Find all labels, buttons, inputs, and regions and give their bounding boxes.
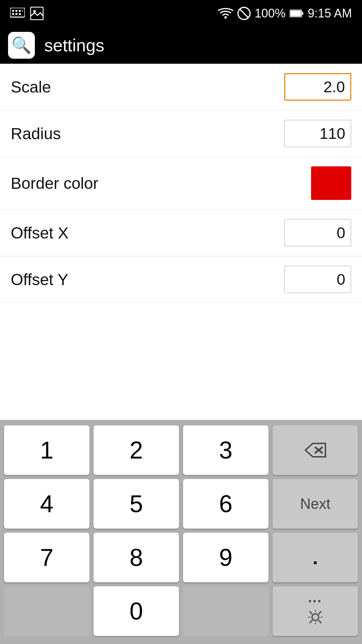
dots-gear-container: ••• — [306, 596, 325, 627]
setting-row-border-color: Border color — [0, 157, 362, 210]
status-bar-left — [10, 7, 44, 20]
key-dot[interactable]: . — [273, 533, 358, 582]
svg-rect-0 — [10, 8, 25, 17]
next-button[interactable]: Next — [273, 479, 358, 529]
setting-row-radius: Radius — [0, 110, 362, 157]
setting-row-offset-x: Offset X — [0, 210, 362, 256]
battery-icon — [290, 9, 304, 18]
radius-input[interactable] — [284, 120, 351, 147]
key-2[interactable]: 2 — [94, 425, 179, 475]
radius-label: Radius — [11, 124, 61, 143]
offset-y-label: Offset Y — [11, 270, 68, 289]
border-color-swatch[interactable] — [311, 166, 351, 200]
key-empty-right — [183, 586, 268, 636]
settings-content: Scale Radius Border color Offset X Offse… — [0, 64, 362, 303]
key-settings[interactable]: ••• — [273, 586, 358, 636]
svg-rect-7 — [19, 13, 21, 15]
key-empty-left — [4, 586, 89, 636]
svg-point-18 — [312, 614, 319, 621]
app-header: 🔍 settings — [0, 27, 362, 64]
offset-x-input[interactable] — [284, 219, 351, 247]
key-7[interactable]: 7 — [4, 533, 89, 582]
time-display: 9:15 AM — [308, 6, 352, 20]
svg-rect-4 — [22, 10, 23, 12]
key-8[interactable]: 8 — [94, 533, 179, 582]
status-bar-right: 100% 9:15 AM — [218, 6, 352, 20]
offset-x-label: Offset X — [11, 224, 69, 242]
key-0[interactable]: 0 — [94, 586, 179, 636]
key-4[interactable]: 4 — [4, 479, 89, 529]
svg-rect-5 — [12, 13, 14, 15]
keyboard-row-1: 1 2 3 — [4, 425, 358, 475]
border-color-label: Border color — [11, 174, 98, 193]
keyboard-row-2: 4 5 6 Next — [4, 479, 358, 529]
gear-icon — [306, 608, 325, 627]
status-bar: 100% 9:15 AM — [0, 0, 362, 27]
keyboard-row-3: 7 8 9 . — [4, 533, 358, 582]
keyboard-icon — [10, 8, 25, 19]
keyboard-row-4: 0 ••• — [4, 586, 358, 636]
key-backspace[interactable] — [273, 425, 358, 475]
key-1[interactable]: 1 — [4, 425, 89, 475]
key-3[interactable]: 3 — [183, 425, 268, 475]
dots-indicator: ••• — [308, 596, 322, 606]
setting-row-scale: Scale — [0, 64, 362, 110]
svg-rect-14 — [290, 11, 301, 16]
scale-input[interactable] — [284, 73, 351, 101]
blocked-icon — [237, 7, 251, 20]
key-9[interactable]: 9 — [183, 533, 268, 582]
image-icon — [30, 7, 44, 20]
svg-rect-15 — [302, 12, 303, 15]
wifi-icon — [218, 7, 233, 20]
svg-line-12 — [240, 9, 248, 18]
svg-rect-2 — [15, 10, 17, 12]
backspace-icon — [303, 441, 327, 459]
app-title: settings — [44, 35, 104, 55]
offset-y-input[interactable] — [284, 266, 351, 293]
svg-point-10 — [224, 16, 227, 19]
svg-rect-6 — [15, 13, 17, 15]
svg-rect-1 — [12, 10, 14, 12]
svg-rect-3 — [19, 10, 21, 12]
battery-percent: 100% — [255, 6, 286, 20]
app-icon: 🔍 — [8, 32, 35, 59]
setting-row-offset-y: Offset Y — [0, 256, 362, 303]
keyboard: 1 2 3 4 5 6 Next 7 8 9 . 0 ••• — [0, 420, 362, 644]
key-6[interactable]: 6 — [183, 479, 268, 529]
key-5[interactable]: 5 — [94, 479, 179, 529]
scale-label: Scale — [11, 78, 51, 96]
app-icon-emoji: 🔍 — [11, 36, 32, 55]
